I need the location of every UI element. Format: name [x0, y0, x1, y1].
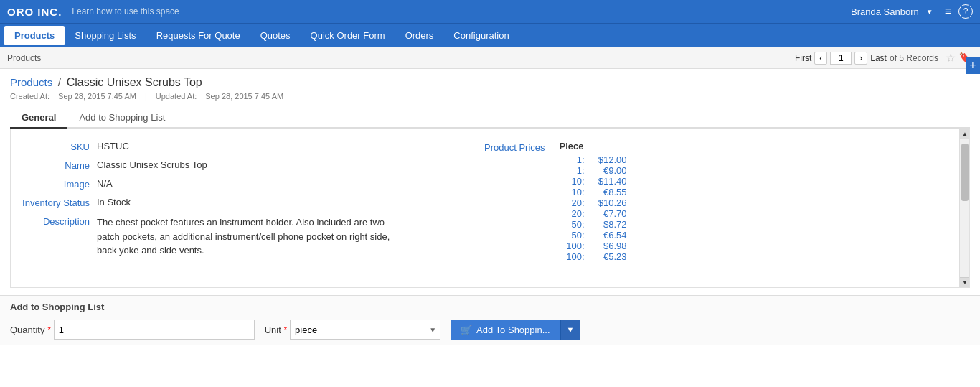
top-bar: ORO INC. Learn how to use this space Bra… — [0, 0, 980, 23]
unit-required: * — [284, 325, 287, 334]
price-val-3: €8.55 — [588, 187, 627, 197]
add-to-shopping-button[interactable]: 🛒 Add To Shoppin... — [451, 320, 560, 340]
user-dropdown-arrow[interactable]: ▼ — [926, 8, 933, 16]
price-qty-7: 50: — [560, 230, 585, 241]
prices-table: Piece 1: $12.00 1: €9.00 10: $11.40 — [560, 141, 627, 262]
nav-item-rfq[interactable]: Requests For Quote — [146, 26, 250, 45]
breadcrumb-link[interactable]: Products — [10, 76, 52, 88]
scroll-up-arrow[interactable]: ▲ — [960, 129, 970, 139]
vertical-scrollbar[interactable]: ▲ ▼ — [959, 129, 969, 287]
price-qty-0: 1: — [560, 154, 585, 165]
price-qty-3: 10: — [560, 187, 585, 197]
name-value: Classic Unisex Scrubs Top — [97, 159, 463, 170]
nav-item-quotes[interactable]: Quotes — [250, 26, 301, 45]
price-row-9: 100: €5.23 — [560, 251, 627, 262]
updated-label: Updated At: — [156, 92, 197, 101]
favorite-star-icon[interactable]: ☆ — [946, 51, 956, 65]
add-plus-button[interactable]: + — [966, 57, 980, 74]
tab-general[interactable]: General — [10, 108, 67, 129]
price-qty-9: 100: — [560, 251, 585, 262]
price-row-6: 50: $8.72 — [560, 219, 627, 230]
pagination-first[interactable]: First — [795, 53, 811, 63]
price-row-3: 10: €8.55 — [560, 187, 627, 197]
price-qty-5: 20: — [560, 208, 585, 219]
tabs-row: General Add to Shopping List — [10, 108, 970, 129]
right-section: Product Prices Piece 1: $12.00 1: €9.00 … — [477, 141, 955, 276]
bottom-form-row: Quantity * Unit * piece set item 🛒 Add T… — [10, 320, 970, 340]
nav-item-orders[interactable]: Orders — [395, 26, 444, 45]
price-val-1: €9.00 — [588, 165, 627, 176]
name-label: Name — [11, 159, 97, 171]
updated-value: Sep 28, 2015 7:45 AM — [205, 92, 283, 101]
content-area: SKU HSTUC Name Classic Unisex Scrubs Top… — [10, 129, 970, 288]
add-to-shopping-dropdown-button[interactable]: ▼ — [560, 320, 580, 340]
price-val-2: $11.40 — [588, 176, 627, 187]
breadcrumb-bar: Products First ‹ › Last of 5 Records ☆ 🔖 — [0, 47, 980, 69]
price-val-0: $12.00 — [588, 154, 627, 165]
price-row-1: 1: €9.00 — [560, 165, 627, 176]
scroll-down-arrow[interactable]: ▼ — [960, 277, 970, 287]
page-title: Classic Unisex Scrubs Top — [67, 76, 202, 88]
unit-select-wrapper: piece set item — [290, 320, 440, 340]
tab-add-to-shopping[interactable]: Add to Shopping List — [67, 108, 176, 129]
unit-label: Unit — [265, 325, 281, 335]
page-title-row: Products / Classic Unisex Scrubs Top — [10, 76, 970, 89]
nav-item-products[interactable]: Products — [4, 26, 65, 45]
image-value: N/A — [97, 178, 463, 189]
price-row-0: 1: $12.00 — [560, 154, 627, 165]
bottom-section: Add to Shopping List Quantity * Unit * p… — [0, 295, 980, 345]
quantity-group: Quantity * — [10, 320, 255, 340]
nav-item-quick-order[interactable]: Quick Order Form — [301, 26, 395, 45]
inventory-value: In Stock — [97, 197, 463, 208]
cart-icon: 🛒 — [461, 325, 472, 335]
price-qty-6: 50: — [560, 219, 585, 230]
nav-item-shopping-lists[interactable]: Shopping Lists — [65, 26, 146, 45]
unit-select[interactable]: piece set item — [290, 320, 440, 340]
username[interactable]: Branda Sanborn — [851, 6, 919, 17]
quantity-required: * — [47, 325, 50, 334]
price-val-5: €7.70 — [588, 208, 627, 219]
price-qty-2: 10: — [560, 176, 585, 187]
meta-row: Created At: Sep 28, 2015 7:45 AM | Updat… — [10, 92, 970, 101]
prices-column-header: Piece — [560, 141, 627, 151]
pagination-of-text: of 5 Records — [890, 53, 938, 63]
prices-section: Product Prices Piece 1: $12.00 1: €9.00 … — [484, 141, 955, 262]
created-value: Sep 28, 2015 7:45 AM — [58, 92, 136, 101]
price-row-8: 100: $6.98 — [560, 241, 627, 251]
user-section: Branda Sanborn ▼ ≡ ? — [851, 4, 973, 19]
nav-item-configuration[interactable]: Configuration — [443, 26, 519, 45]
prices-section-label: Product Prices — [484, 141, 545, 153]
price-val-9: €5.23 — [588, 251, 627, 262]
sku-label: SKU — [11, 141, 97, 152]
pagination-controls: First ‹ › Last of 5 Records ☆ 🔖 — [795, 51, 973, 65]
scroll-thumb[interactable] — [961, 144, 969, 201]
price-row-2: 10: $11.40 — [560, 176, 627, 187]
price-row-7: 50: €6.54 — [560, 230, 627, 241]
price-qty-8: 100: — [560, 241, 585, 251]
quantity-label: Quantity — [10, 325, 44, 335]
price-row-5: 20: €7.70 — [560, 208, 627, 219]
pagination-next[interactable]: › — [854, 52, 867, 65]
price-val-8: $6.98 — [588, 241, 627, 251]
sku-value: HSTUC — [97, 141, 463, 151]
pagination-page-input[interactable] — [830, 52, 852, 65]
breadcrumb[interactable]: Products — [7, 53, 41, 63]
help-icon[interactable]: ? — [958, 4, 973, 19]
pagination-prev[interactable]: ‹ — [814, 52, 827, 65]
inventory-field: Inventory Status In Stock — [11, 197, 463, 208]
nav-bar: Products Shopping Lists Requests For Quo… — [0, 23, 980, 47]
image-field: Image N/A — [11, 178, 463, 190]
logo: ORO INC. — [7, 6, 62, 18]
sku-field: SKU HSTUC — [11, 141, 463, 152]
quantity-input[interactable] — [54, 320, 255, 340]
price-val-4: $10.26 — [588, 197, 627, 208]
left-section: SKU HSTUC Name Classic Unisex Scrubs Top… — [11, 141, 477, 276]
description-label: Description — [11, 215, 97, 227]
meta-separator: | — [145, 92, 147, 101]
menu-icon[interactable]: ≡ — [945, 5, 951, 18]
name-field: Name Classic Unisex Scrubs Top — [11, 159, 463, 171]
add-button-group: 🛒 Add To Shoppin... ▼ — [451, 320, 580, 340]
pagination-last[interactable]: Last — [870, 53, 887, 63]
learn-link[interactable]: Learn how to use this space — [72, 6, 851, 17]
unit-group: Unit * piece set item — [265, 320, 440, 340]
